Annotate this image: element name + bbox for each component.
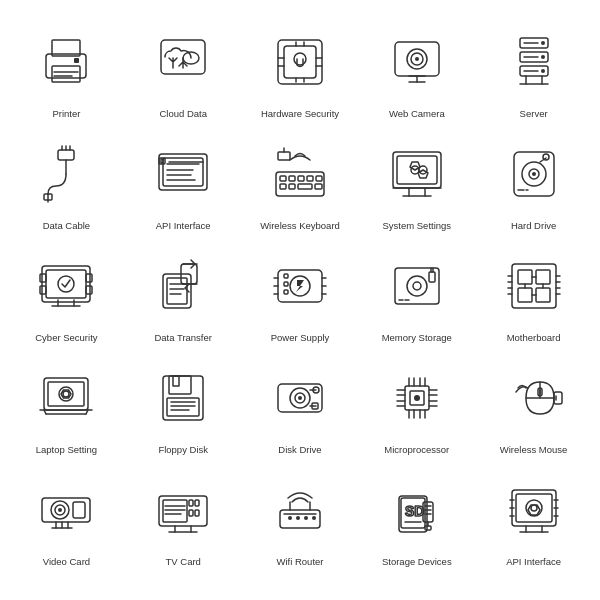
laptop-setting-label: Laptop Setting <box>36 438 97 462</box>
icon-grid: Printer Cloud Data <box>0 12 600 588</box>
svg-point-77 <box>532 172 536 176</box>
icon-cell-video-card: Video Card <box>10 470 123 578</box>
svg-rect-83 <box>46 270 86 298</box>
svg-rect-104 <box>284 290 288 294</box>
icon-cell-system-settings: System Settings <box>360 134 473 242</box>
video-card-icon <box>30 474 102 546</box>
svg-rect-188 <box>73 502 85 518</box>
svg-point-22 <box>415 57 419 61</box>
svg-rect-60 <box>307 176 313 181</box>
svg-rect-5 <box>74 58 79 63</box>
svg-rect-38 <box>58 150 74 160</box>
api-interface-label: API Interface <box>156 214 211 238</box>
svg-point-84 <box>58 276 74 292</box>
hard-drive-icon <box>498 138 570 210</box>
server-icon <box>498 26 570 98</box>
floppy-disk-label: Floppy Disk <box>158 438 208 462</box>
svg-point-177 <box>414 395 420 401</box>
svg-point-154 <box>298 396 302 400</box>
icon-cell-wireless-mouse: Wireless Mouse <box>477 358 590 466</box>
svg-point-29 <box>541 41 545 45</box>
svg-rect-66 <box>393 152 441 188</box>
svg-rect-65 <box>315 184 322 189</box>
icon-cell-api-interface: API Interface <box>127 134 240 242</box>
icon-cell-floppy-disk: Floppy Disk <box>127 358 240 466</box>
cloud-data-label: Cloud Data <box>159 102 207 126</box>
svg-rect-221 <box>425 526 431 530</box>
disk-drive-label: Disk Drive <box>278 438 321 462</box>
cloud-data-icon <box>147 26 219 98</box>
icon-cell-hardware-security: Hardware Security <box>244 22 357 130</box>
wireless-mouse-icon <box>498 362 570 434</box>
disk-drive-icon <box>264 362 336 434</box>
api-interface-2-icon <box>498 474 570 546</box>
svg-rect-121 <box>536 270 550 284</box>
hard-drive-label: Hard Drive <box>511 214 556 238</box>
icon-cell-data-transfer: Data Transfer <box>127 246 240 354</box>
tv-card-icon <box>147 474 219 546</box>
system-settings-label: System Settings <box>382 214 451 238</box>
icon-cell-wireless-keyboard: Wireless Keyboard <box>244 134 357 242</box>
printer-label: Printer <box>52 102 80 126</box>
icon-cell-power-supply: Power Supply <box>244 246 357 354</box>
svg-point-79 <box>543 154 549 160</box>
system-settings-icon <box>381 138 453 210</box>
svg-rect-198 <box>195 510 199 516</box>
web-camera-icon <box>381 26 453 98</box>
icon-cell-motherboard: Motherboard <box>477 246 590 354</box>
svg-point-30 <box>541 55 545 59</box>
svg-rect-57 <box>280 176 286 181</box>
hardware-security-icon <box>264 26 336 98</box>
video-card-label: Video Card <box>43 550 90 574</box>
svg-rect-197 <box>195 500 199 506</box>
svg-rect-111 <box>395 268 439 304</box>
microprocessor-icon <box>381 362 453 434</box>
icon-cell-disk-drive: Disk Drive <box>244 358 357 466</box>
icon-cell-storage-devices: SD Storage Devices <box>360 470 473 578</box>
svg-point-113 <box>413 282 421 290</box>
icon-cell-microprocessor: Microprocessor <box>360 358 473 466</box>
svg-rect-123 <box>536 288 550 302</box>
svg-point-10 <box>294 53 306 65</box>
svg-rect-61 <box>316 176 322 181</box>
svg-rect-102 <box>284 274 288 278</box>
svg-point-139 <box>63 391 69 397</box>
svg-point-208 <box>288 516 292 520</box>
icon-cell-hard-drive: Hard Drive <box>477 134 590 242</box>
svg-rect-182 <box>554 392 562 404</box>
storage-devices-label: Storage Devices <box>382 550 452 574</box>
svg-rect-87 <box>86 274 92 282</box>
svg-rect-147 <box>167 398 199 416</box>
icon-cell-server: Server <box>477 22 590 130</box>
data-cable-label: Data Cable <box>43 214 91 238</box>
api-interface-icon <box>147 138 219 210</box>
data-cable-icon <box>30 138 102 210</box>
motherboard-label: Motherboard <box>507 326 561 350</box>
wireless-mouse-label: Wireless Mouse <box>500 438 568 462</box>
icon-cell-web-camera: Web Camera <box>360 22 473 130</box>
printer-icon <box>30 26 102 98</box>
cyber-security-icon <box>30 250 102 322</box>
svg-rect-88 <box>86 286 92 294</box>
svg-rect-85 <box>40 274 46 282</box>
wifi-router-icon <box>264 474 336 546</box>
wifi-router-label: Wifi Router <box>277 550 324 574</box>
wireless-keyboard-label: Wireless Keyboard <box>260 214 340 238</box>
svg-rect-146 <box>173 376 179 386</box>
icon-cell-laptop-setting: Laptop Setting <box>10 358 123 466</box>
tv-card-label: TV Card <box>166 550 201 574</box>
svg-point-187 <box>58 508 62 512</box>
api-interface-2-label: API Interface <box>506 550 561 574</box>
svg-point-225 <box>531 505 537 511</box>
svg-point-211 <box>312 516 316 520</box>
svg-rect-52 <box>161 159 163 163</box>
svg-rect-62 <box>280 184 286 189</box>
svg-rect-122 <box>518 288 532 302</box>
svg-point-210 <box>304 516 308 520</box>
svg-rect-54 <box>278 152 290 160</box>
wireless-keyboard-icon <box>264 138 336 210</box>
icon-cell-memory-storage: Memory Storage <box>360 246 473 354</box>
svg-rect-103 <box>284 282 288 286</box>
svg-rect-64 <box>298 184 312 189</box>
power-supply-icon <box>264 250 336 322</box>
